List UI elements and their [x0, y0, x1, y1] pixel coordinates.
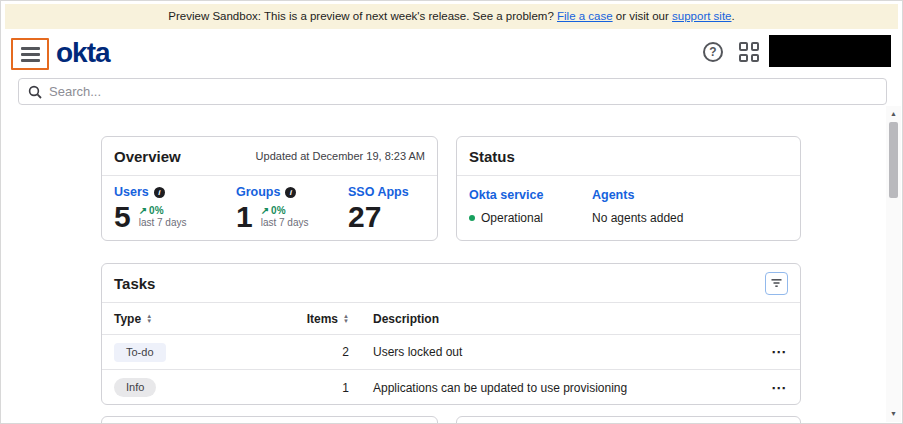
info-icon[interactable]: i [154, 187, 165, 198]
column-header-items[interactable]: Items ▲▼ [294, 312, 349, 326]
dashboard-main: Overview Updated at December 19, 8:23 AM… [101, 136, 801, 424]
users-period: last 7 days [139, 217, 187, 228]
question-mark-icon: ? [709, 45, 716, 59]
info-badge: Info [114, 378, 156, 397]
agents-value: No agents added [592, 211, 683, 225]
scrollbar-thumb[interactable] [889, 122, 898, 198]
search-input[interactable] [49, 84, 877, 99]
search-bar [18, 78, 887, 105]
file-a-case-link[interactable]: File a case [557, 10, 613, 22]
status-card: Status Okta service Operational Agents N… [456, 136, 801, 241]
users-link[interactable]: Users [114, 185, 149, 199]
okta-logo[interactable]: okta [56, 39, 110, 67]
agents-status: Agents No agents added [592, 188, 788, 225]
row-description: Applications can be updated to use provi… [349, 381, 758, 395]
partial-card [456, 416, 801, 424]
tasks-card: Tasks Type ▲▼ Items ▲▼ Description [101, 263, 801, 405]
partial-card [101, 416, 438, 424]
sso-apps-count: 27 [348, 201, 381, 233]
groups-link[interactable]: Groups [236, 185, 280, 199]
account-menu-redacted[interactable] [769, 35, 891, 67]
trend-up-icon: ↗ [261, 205, 269, 216]
agents-link[interactable]: Agents [592, 188, 788, 202]
ellipsis-icon: ⋯ [771, 343, 786, 360]
row-items-count: 2 [294, 345, 349, 359]
scroll-up-arrow-icon[interactable]: ▲ [886, 108, 901, 120]
vertical-scrollbar[interactable]: ▲ ▼ [886, 106, 901, 422]
menu-button[interactable] [11, 38, 49, 70]
trend-up-icon: ↗ [139, 205, 147, 216]
okta-service-value: Operational [481, 211, 543, 225]
help-button[interactable]: ? [703, 42, 723, 62]
column-header-description: Description [349, 312, 758, 326]
preview-sandbox-banner: Preview Sandbox: This is a preview of ne… [5, 4, 898, 29]
sso-apps-link[interactable]: SSO Apps [348, 185, 409, 199]
table-row: Info 1 Applications can be updated to us… [102, 370, 800, 405]
tasks-title: Tasks [114, 275, 155, 292]
support-site-link[interactable]: support site [672, 10, 731, 22]
row-actions-button[interactable]: ⋯ [769, 341, 788, 363]
groups-trend: 0% [271, 205, 285, 216]
operational-status-icon [469, 215, 475, 221]
users-count: 5 [114, 201, 131, 233]
tasks-table-header: Type ▲▼ Items ▲▼ Description [102, 303, 800, 335]
banner-text: Preview Sandbox: This is a preview of ne… [168, 10, 557, 22]
status-title: Status [469, 148, 515, 165]
groups-period: last 7 days [261, 217, 309, 228]
banner-text-end: . [732, 10, 735, 22]
filter-button[interactable] [765, 272, 788, 295]
hamburger-icon [21, 47, 40, 62]
okta-service-link[interactable]: Okta service [469, 188, 592, 202]
row-description: Users locked out [349, 345, 758, 359]
groups-count: 1 [236, 201, 253, 233]
sort-icon: ▲▼ [146, 314, 152, 324]
table-row: To-do 2 Users locked out ⋯ [102, 335, 800, 370]
overview-title: Overview [114, 148, 181, 165]
grid-square-icon [751, 42, 760, 51]
stat-groups: Groups i 1 ↗0% last 7 days [236, 185, 348, 233]
users-trend: 0% [149, 205, 163, 216]
search-icon [28, 85, 42, 99]
apps-grid-button[interactable] [739, 42, 759, 62]
stat-users: Users i 5 ↗0% last 7 days [114, 185, 236, 233]
column-header-type[interactable]: Type ▲▼ [114, 312, 294, 326]
row-items-count: 1 [294, 381, 349, 395]
app-header: okta ? [1, 29, 902, 77]
ellipsis-icon: ⋯ [771, 379, 786, 396]
overview-updated-text: Updated at December 19, 8:23 AM [256, 150, 425, 162]
row-actions-button[interactable]: ⋯ [769, 377, 788, 399]
info-icon[interactable]: i [285, 187, 296, 198]
okta-service-status: Okta service Operational [469, 188, 592, 225]
grid-square-icon [739, 54, 748, 63]
overview-card: Overview Updated at December 19, 8:23 AM… [101, 136, 438, 241]
todo-badge: To-do [114, 343, 166, 362]
scroll-down-arrow-icon[interactable]: ▼ [886, 408, 901, 420]
grid-square-icon [751, 54, 760, 63]
banner-text-middle: or visit our [613, 10, 672, 22]
grid-square-icon [739, 42, 748, 51]
filter-icon [771, 279, 782, 288]
stat-sso-apps: SSO Apps 27 [348, 185, 425, 233]
